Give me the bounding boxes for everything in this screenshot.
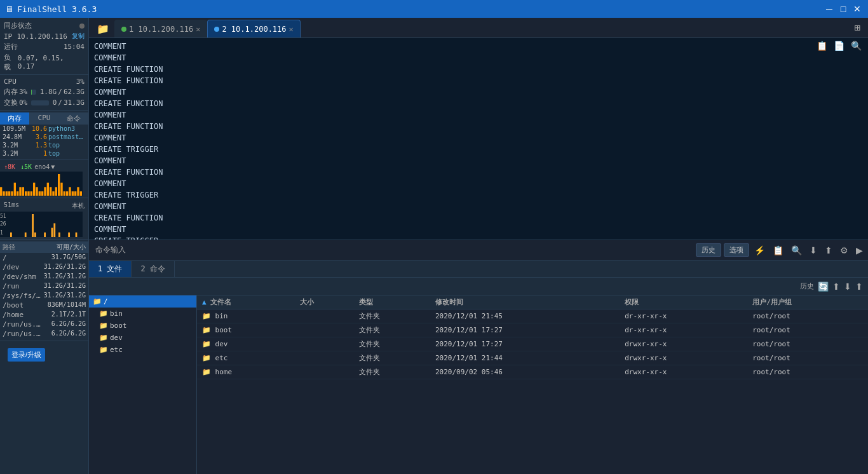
file-list-table: ▲ 文件名 大小 类型 修改时间 权限 用户/用户组 📁 bin — [197, 295, 868, 379]
file-date-cell: 2020/12/01 21:45 — [430, 309, 620, 323]
col-name[interactable]: ▲ 文件名 — [197, 295, 295, 309]
file-size-cell — [295, 351, 354, 365]
upload-icon-button[interactable]: ⬆ — [822, 244, 835, 257]
login-upgrade-button[interactable]: 登录/升级 — [8, 348, 45, 362]
sync-dot — [79, 24, 85, 29]
term-line: CREATE FUNCTION — [94, 166, 863, 178]
term-line: COMMENT — [94, 201, 863, 212]
download-file-button[interactable]: ⬇ — [844, 281, 851, 292]
file-size-cell — [295, 337, 354, 351]
file-manager: 历史 🔄 ⬆ ⬇ ⬆ 📁 / 📁 bin — [89, 278, 868, 474]
tab-cpu[interactable]: CPU — [29, 112, 58, 125]
latency-graph — [0, 212, 88, 237]
proc-name: top — [48, 142, 86, 149]
folder-icon-button[interactable]: 📁 — [92, 20, 114, 37]
proc-mem: 109.5M — [3, 125, 29, 132]
process-row: 3.2M 1 top — [0, 149, 88, 158]
tree-item-boot[interactable]: 📁 boot — [89, 320, 196, 332]
file-date-cell: 2020/12/01 21:44 — [430, 351, 620, 365]
terminal-icon-bar: 📋 📄 🔍 — [814, 39, 864, 52]
col-size[interactable]: 大小 — [295, 295, 354, 309]
file-date-cell: 2020/12/01 17:27 — [430, 323, 620, 337]
file-date-cell: 2020/09/02 05:46 — [430, 365, 620, 379]
lightning-icon-button[interactable]: ⚡ — [752, 244, 768, 257]
swap-sep: / — [58, 98, 62, 107]
file-toolbar: 历史 🔄 ⬆ ⬇ ⬆ — [89, 278, 868, 295]
tab-2[interactable]: 2 10.1.200.116 ✕ — [207, 20, 300, 37]
file-owner-cell: root/root — [747, 323, 868, 337]
size-cell: 31.2G/31.2G — [41, 282, 86, 290]
tree-item-label: dev — [110, 334, 123, 342]
tab2-close-icon[interactable]: ✕ — [289, 25, 294, 34]
search-terminal-button[interactable]: 🔍 — [848, 39, 864, 52]
minimize-button[interactable]: ─ — [824, 3, 835, 15]
tab-1[interactable]: 1 10.1.200.116 ✕ — [114, 20, 207, 37]
run-label: 运行 — [4, 42, 18, 51]
cmd-input[interactable] — [132, 246, 693, 255]
bottom-tab-file[interactable]: 1 文件 — [89, 261, 132, 277]
col-type[interactable]: 类型 — [354, 295, 430, 309]
proc-cpu: 10.6 — [29, 125, 48, 132]
process-row: 24.8M 3.6 postmaster — [0, 133, 88, 141]
path-cell: /run/us... — [3, 320, 41, 328]
maximize-button[interactable]: □ — [837, 3, 849, 15]
file-list: ▲ 文件名 大小 类型 修改时间 权限 用户/用户组 📁 bin — [197, 295, 868, 474]
terminal[interactable]: COMMENT COMMENT CREATE FUNCTION CREATE F… — [89, 38, 868, 240]
layout-button[interactable]: ⊞ — [849, 22, 865, 34]
col-perm[interactable]: 权限 — [620, 295, 747, 309]
settings-icon-button[interactable]: ⚙ — [837, 244, 851, 257]
cmd-input-wrap — [132, 246, 693, 255]
transfer-button[interactable]: ⬆ — [855, 281, 863, 292]
refresh-button[interactable]: 🔄 — [818, 281, 829, 292]
col-owner[interactable]: 用户/用户组 — [747, 295, 868, 309]
download-icon-button[interactable]: ⬇ — [807, 244, 820, 257]
size-cell: 6.2G/6.2G — [41, 330, 86, 338]
expand-icon-button[interactable]: ▶ — [853, 244, 865, 257]
file-name-cell: 📁 boot — [197, 323, 295, 337]
tab1-close-icon[interactable]: ✕ — [196, 25, 200, 34]
folder-icon: 📁 — [99, 322, 108, 330]
file-name-cell: 📁 dev — [197, 337, 295, 351]
options-button[interactable]: 选项 — [724, 243, 749, 257]
col-modified[interactable]: 修改时间 — [430, 295, 620, 309]
file-perm-cell: dr-xr-xr-x — [620, 323, 747, 337]
divider6 — [0, 341, 88, 341]
copy-text-button[interactable]: 📄 — [831, 39, 847, 52]
size-cell: 836M/1014M — [41, 301, 86, 309]
proc-cpu: 1 — [29, 150, 48, 157]
tab2-dot — [214, 27, 219, 32]
cpu-label: CPU — [4, 78, 17, 86]
file-list-header-row: ▲ 文件名 大小 类型 修改时间 权限 用户/用户组 — [197, 295, 868, 309]
sync-status-label: 同步状态 — [4, 21, 32, 30]
tree-item-root[interactable]: 📁 / — [89, 295, 196, 308]
process-table: 109.5M 10.6 python3 24.8M 3.6 postmaster… — [0, 125, 88, 158]
bottom-tab-cmd[interactable]: 2 命令 — [132, 261, 174, 277]
copy-button[interactable]: 复制 — [72, 32, 85, 41]
tab-mem[interactable]: 内存 — [0, 112, 29, 125]
search-icon-button[interactable]: 🔍 — [789, 244, 804, 257]
term-line: CREATE FUNCTION — [94, 121, 863, 132]
list-item: 📁 home 文件夹 2020/09/02 05:46 drwxr-xr-x r… — [197, 365, 868, 379]
tree-item-dev[interactable]: 📁 dev — [89, 332, 196, 344]
term-line: COMMENT — [94, 52, 863, 64]
login-area: 登录/升级 — [0, 343, 88, 367]
history-button[interactable]: 历史 — [696, 243, 721, 257]
folder-icon: 📁 — [202, 354, 211, 362]
tree-item-bin[interactable]: 📁 bin — [89, 308, 196, 320]
close-button[interactable]: ✕ — [851, 3, 863, 15]
clipboard-icon-button[interactable]: 📋 — [770, 244, 786, 257]
tree-item-etc[interactable]: 📁 etc — [89, 344, 196, 356]
path-row: /run/us...6.2G/6.2G — [0, 329, 88, 339]
divider4 — [0, 198, 88, 198]
titlebar-controls: ─ □ ✕ — [824, 3, 863, 15]
run-row: 运行 15:04 — [0, 41, 88, 52]
term-line: COMMENT — [94, 178, 863, 189]
file-owner-cell: root/root — [747, 365, 868, 379]
copy-terminal-button[interactable]: 📋 — [814, 39, 830, 52]
tab-cmd[interactable]: 命令 — [59, 112, 88, 125]
latency-row: 51ms 本机 — [0, 200, 88, 212]
proc-mem: 24.8M — [3, 133, 29, 140]
upload-file-button[interactable]: ⬆ — [832, 281, 840, 292]
term-line: CREATE TRIGGER — [94, 189, 863, 201]
folder-icon: 📁 — [202, 312, 211, 320]
